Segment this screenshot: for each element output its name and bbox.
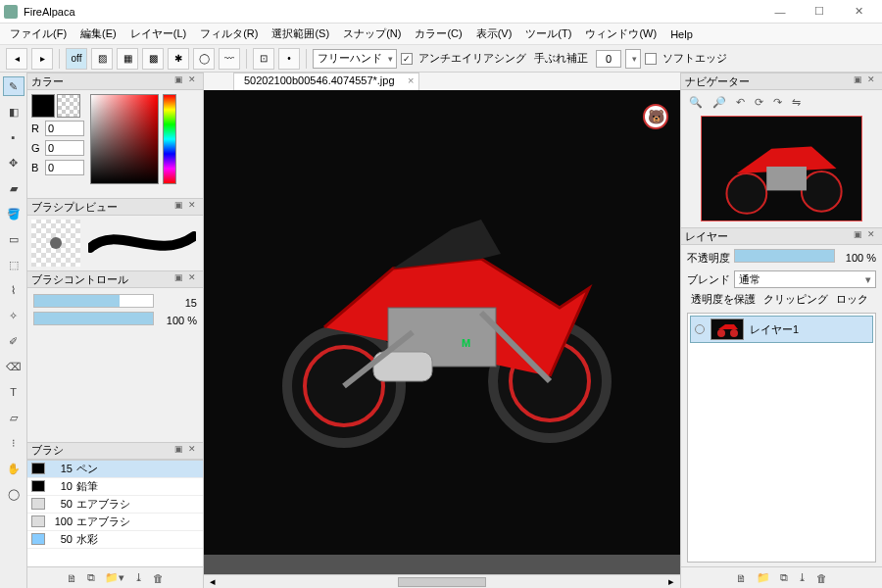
undock-icon[interactable]: ▣	[851, 229, 864, 243]
brushlist-panel-header[interactable]: ブラシ ▣ ✕	[27, 442, 203, 460]
close-button[interactable]: ✕	[839, 1, 878, 23]
menu-help[interactable]: Help	[664, 26, 699, 42]
background-swatch[interactable]	[57, 94, 80, 118]
menu-window[interactable]: ウィンドウ(W)	[579, 24, 662, 43]
select-lasso-tool-icon[interactable]: ⌇	[3, 280, 24, 300]
menu-filter[interactable]: フィルタ(R)	[194, 24, 264, 43]
menu-view[interactable]: 表示(V)	[470, 24, 518, 43]
add-brush-icon[interactable]: 🗎	[67, 572, 77, 584]
brushpreview-panel-header[interactable]: ブラシプレビュー ▣ ✕	[27, 198, 203, 216]
new-folder-icon[interactable]: 📁	[757, 571, 770, 584]
scrollbar-thumb[interactable]	[398, 577, 486, 587]
snap-grid2-icon[interactable]: ▦	[117, 48, 138, 70]
menu-layer[interactable]: レイヤー(L)	[124, 24, 192, 43]
layer-row[interactable]: レイヤー1	[690, 316, 873, 343]
new-layer-icon[interactable]: 🗎	[736, 572, 747, 584]
dupe-brush-icon[interactable]: ⧉	[87, 571, 95, 584]
text-tool-icon[interactable]: T	[3, 382, 24, 402]
layers-panel-header[interactable]: レイヤー ▣ ✕	[681, 227, 882, 245]
divide-tool-icon[interactable]: ▱	[3, 408, 24, 427]
close-icon[interactable]: ✕	[864, 229, 878, 243]
prev-button[interactable]: ◂	[6, 48, 27, 70]
brush-list-item[interactable]: 10 鉛筆	[27, 478, 203, 496]
eyedropper-tool-icon[interactable]: ⁝	[3, 433, 24, 453]
brush-list-item[interactable]: 100 エアブラシ	[27, 514, 203, 531]
rotate-right-icon[interactable]: ↷	[773, 96, 782, 109]
menu-file[interactable]: ファイル(F)	[4, 24, 73, 43]
fill-tool-icon[interactable]: ▰	[3, 178, 24, 198]
close-icon[interactable]: ✕	[185, 444, 199, 458]
rotate-left-icon[interactable]: ↶	[736, 96, 745, 109]
softedge-checkbox[interactable]	[645, 53, 657, 65]
folder-brush-icon[interactable]: 📁▾	[105, 571, 124, 584]
minimize-button[interactable]: —	[760, 1, 800, 23]
select-pen-tool-icon[interactable]: ✐	[3, 331, 24, 351]
layer-visibility-icon[interactable]	[695, 324, 705, 334]
undock-icon[interactable]: ▣	[172, 272, 185, 286]
assistant-avatar-icon[interactable]: 🐻	[643, 104, 668, 129]
navigator-panel-header[interactable]: ナビゲーター ▣ ✕	[681, 73, 882, 90]
tab-close-icon[interactable]: ×	[408, 74, 414, 86]
eraser-tool-icon[interactable]: ◧	[3, 102, 24, 122]
navigator-thumbnail[interactable]	[701, 116, 862, 221]
undock-icon[interactable]: ▣	[172, 444, 185, 458]
brush-list-item[interactable]: 50 エアブラシ	[27, 496, 203, 514]
brush-size-slider[interactable]	[33, 294, 154, 308]
delete-brush-icon[interactable]: 🗑	[153, 572, 164, 584]
color-panel-header[interactable]: カラー ▣ ✕	[27, 73, 203, 90]
brush-tool-icon[interactable]: ✎	[3, 76, 24, 96]
scroll-left-icon[interactable]: ◂	[204, 575, 221, 588]
b-input[interactable]	[45, 160, 84, 175]
layer-opacity-slider[interactable]	[734, 249, 835, 263]
merge-layer-icon[interactable]: ⤓	[798, 571, 807, 584]
scroll-right-icon[interactable]: ▸	[662, 575, 680, 588]
snap-grid1-icon[interactable]: ▨	[91, 48, 113, 70]
menu-color[interactable]: カラー(C)	[409, 24, 467, 43]
stroke-mode-combo[interactable]: フリーハンド	[313, 49, 397, 69]
zoom-in-icon[interactable]: 🔍	[689, 96, 703, 109]
undock-icon[interactable]: ▣	[851, 74, 864, 88]
select-erase-tool-icon[interactable]: ⌫	[3, 357, 24, 376]
zoom-out-icon[interactable]: 🔎	[712, 96, 726, 109]
bucket-tool-icon[interactable]: 🪣	[3, 204, 24, 223]
snap-curve-icon[interactable]: 〰	[219, 48, 240, 70]
brush-list-item[interactable]: 15 ペン	[27, 461, 203, 478]
stabilizer-value[interactable]: 0	[596, 50, 621, 68]
rotate-reset-icon[interactable]: ⟳	[755, 96, 763, 109]
menu-edit[interactable]: 編集(E)	[74, 24, 122, 43]
menu-snap[interactable]: スナップ(N)	[337, 24, 407, 43]
document-tab[interactable]: 50202100b00546.4074557*.jpg ×	[233, 73, 419, 90]
blend-mode-combo[interactable]: 通常	[734, 270, 876, 288]
gradient-tool-icon[interactable]: ▭	[3, 229, 24, 249]
brushcontrol-panel-header[interactable]: ブラシコントロール ▣ ✕	[27, 270, 203, 288]
antialias-checkbox[interactable]: ✓	[401, 53, 413, 65]
snap-radial-icon[interactable]: ✱	[168, 48, 189, 70]
canvas-viewport[interactable]: 🐻 M	[204, 90, 680, 574]
brush-opacity-slider[interactable]	[33, 312, 154, 325]
menu-select[interactable]: 選択範囲(S)	[266, 24, 335, 43]
stabilizer-dropdown[interactable]	[625, 49, 641, 69]
save-brush-icon[interactable]: ⤓	[134, 571, 143, 584]
g-input[interactable]	[45, 140, 84, 156]
dot-tool-icon[interactable]: ▪	[3, 127, 24, 147]
brush-list-item[interactable]: 50 水彩	[27, 531, 203, 549]
hand-tool-icon[interactable]: ✋	[3, 459, 24, 478]
close-icon[interactable]: ✕	[185, 74, 199, 88]
r-input[interactable]	[45, 121, 84, 136]
menu-tool[interactable]: ツール(T)	[519, 24, 577, 43]
maximize-button[interactable]: ☐	[800, 1, 839, 23]
close-icon[interactable]: ✕	[864, 74, 878, 88]
foreground-swatch[interactable]	[31, 94, 55, 118]
flip-icon[interactable]: ⇋	[792, 96, 801, 109]
hue-slider[interactable]	[163, 94, 176, 184]
snap-dot-icon[interactable]: •	[278, 48, 300, 70]
select-rect-tool-icon[interactable]: ⬚	[3, 255, 24, 274]
move-tool-icon[interactable]: ✥	[3, 153, 24, 172]
snap-vanish-icon[interactable]: ⊡	[253, 48, 274, 70]
close-icon[interactable]: ✕	[185, 272, 199, 286]
close-icon[interactable]: ✕	[185, 200, 199, 214]
snap-diag-icon[interactable]: ▩	[142, 48, 164, 70]
dupe-layer-icon[interactable]: ⧉	[780, 571, 788, 584]
undock-icon[interactable]: ▣	[172, 200, 185, 214]
undock-icon[interactable]: ▣	[172, 74, 185, 88]
